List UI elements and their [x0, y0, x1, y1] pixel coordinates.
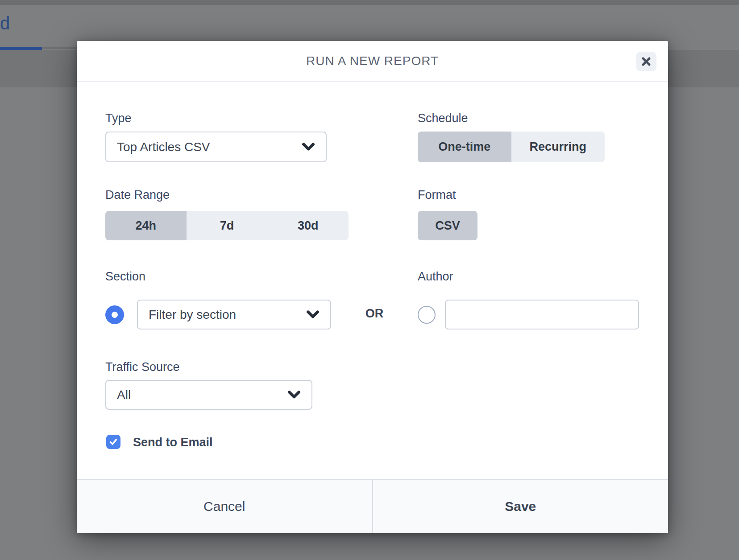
- close-button[interactable]: [636, 52, 656, 71]
- format-label: Format: [418, 188, 456, 202]
- background-top-strip: [0, 0, 739, 5]
- chevron-down-icon: [287, 391, 301, 399]
- send-to-email-label: Send to Email: [133, 436, 213, 449]
- traffic-source-select[interactable]: All: [105, 380, 312, 410]
- type-select[interactable]: Top Articles CSV: [105, 132, 327, 162]
- or-separator-label: OR: [360, 307, 389, 321]
- cancel-button[interactable]: Cancel: [77, 480, 373, 533]
- author-radio[interactable]: [418, 306, 436, 324]
- schedule-option-recurring[interactable]: Recurring: [511, 132, 605, 162]
- traffic-source-value: All: [117, 388, 282, 402]
- date-range-option-7d[interactable]: 7d: [187, 211, 268, 240]
- screen: d RUN A NEW REPORT Type Top Articles CSV: [0, 0, 739, 560]
- type-select-value: Top Articles CSV: [117, 140, 296, 154]
- format-option-csv[interactable]: CSV: [418, 211, 477, 240]
- author-input[interactable]: [445, 300, 639, 329]
- schedule-option-one-time[interactable]: One-time: [418, 132, 511, 162]
- chevron-down-icon: [306, 310, 320, 319]
- section-label: Section: [105, 270, 145, 284]
- chevron-down-icon: [302, 143, 315, 152]
- check-icon: [108, 437, 118, 447]
- modal-title: RUN A NEW REPORT: [306, 54, 439, 68]
- section-filter-value: Filter by section: [149, 308, 301, 322]
- background-page-title-clipped: d: [0, 13, 27, 33]
- date-range-option-24h[interactable]: 24h: [105, 211, 187, 240]
- modal-header: RUN A NEW REPORT: [77, 41, 668, 82]
- close-icon: [641, 56, 652, 67]
- traffic-source-label: Traffic Source: [105, 360, 180, 374]
- modal-footer: Cancel Save: [77, 479, 668, 533]
- format-segmented-control: CSV: [418, 211, 477, 240]
- save-button[interactable]: Save: [373, 480, 668, 533]
- author-label: Author: [418, 270, 453, 284]
- run-report-modal: RUN A NEW REPORT Type Top Articles CSV S…: [77, 41, 668, 533]
- send-to-email-checkbox[interactable]: [106, 435, 120, 449]
- type-label: Type: [105, 111, 132, 125]
- date-range-segmented-control: 24h 7d 30d: [105, 211, 349, 240]
- schedule-label: Schedule: [418, 111, 468, 125]
- section-radio[interactable]: [105, 305, 124, 324]
- date-range-label: Date Range: [105, 188, 170, 202]
- date-range-option-30d[interactable]: 30d: [267, 211, 349, 240]
- schedule-segmented-control: One-time Recurring: [418, 132, 605, 162]
- section-filter-select[interactable]: Filter by section: [137, 300, 331, 329]
